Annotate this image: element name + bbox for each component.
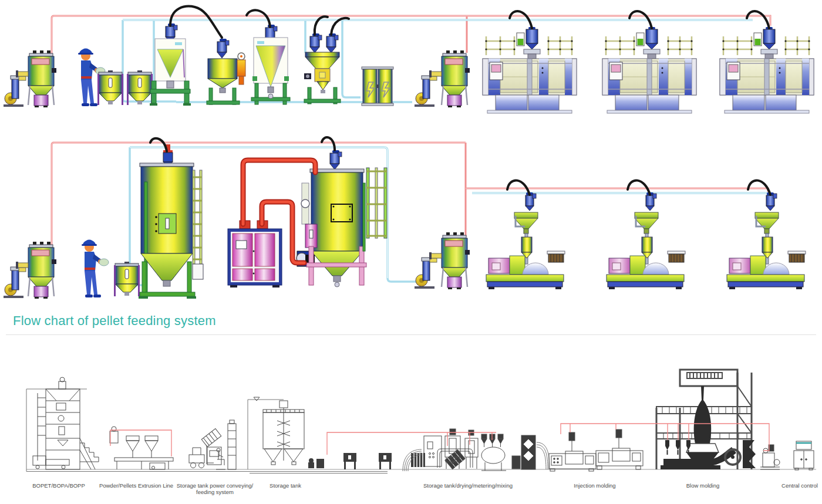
storage-silo-icon (362, 67, 393, 106)
drying-hopper-heater-icon (207, 39, 245, 104)
hopper-dryer-icon (251, 25, 290, 104)
drying-hopper-icon (297, 150, 387, 287)
vacuum-pump-icon (4, 267, 26, 298)
storage-bin-icon (114, 262, 140, 296)
blow-molding-machine-icon (720, 27, 814, 113)
page-title: Flow chart of pellet feeding system (13, 313, 216, 329)
vacuum-pump-icon (4, 76, 26, 107)
storage-bin-icon (97, 70, 123, 105)
injection-molding-machines (549, 429, 643, 471)
top-system-row (4, 23, 814, 113)
extruder-icon (607, 192, 685, 289)
operator-icon (82, 240, 109, 298)
dehumidifier-icon (228, 221, 282, 287)
pellet-feeding-system-page: Flow chart of pellet feeding system (0, 0, 822, 504)
extruder-icon (727, 192, 806, 289)
storage-bin-icon (127, 70, 153, 105)
pellet-system-illustration (0, 0, 822, 310)
extrusion-line (110, 427, 173, 469)
section-divider (6, 334, 816, 335)
elevator-tower (521, 435, 550, 469)
dosing-station-icon (304, 33, 341, 104)
flow-chart-illustration (0, 352, 822, 478)
magnet-separator (437, 449, 473, 469)
crystallizer-tank-icon (139, 144, 203, 299)
vacuum-pump-icon (415, 258, 437, 289)
blow-molding-machine-icon (602, 27, 696, 113)
middle-system-row (4, 144, 806, 299)
mixing-tank-icon (150, 23, 191, 106)
central-control (760, 441, 814, 470)
bopet-tower (26, 377, 99, 472)
control-cabinet (794, 441, 814, 470)
label-central-control: Central control (732, 482, 822, 489)
label-drying-metering: Storage tank/drying/metering/mixing (400, 482, 535, 489)
blow-molding-tower (656, 370, 756, 469)
blow-molding-machine-icon (483, 27, 577, 113)
vacuum-pump-icon (415, 76, 437, 107)
storage-tank-silo (248, 397, 304, 469)
extruder-icon (486, 192, 565, 289)
label-storage-tank: Storage tank (218, 482, 353, 489)
